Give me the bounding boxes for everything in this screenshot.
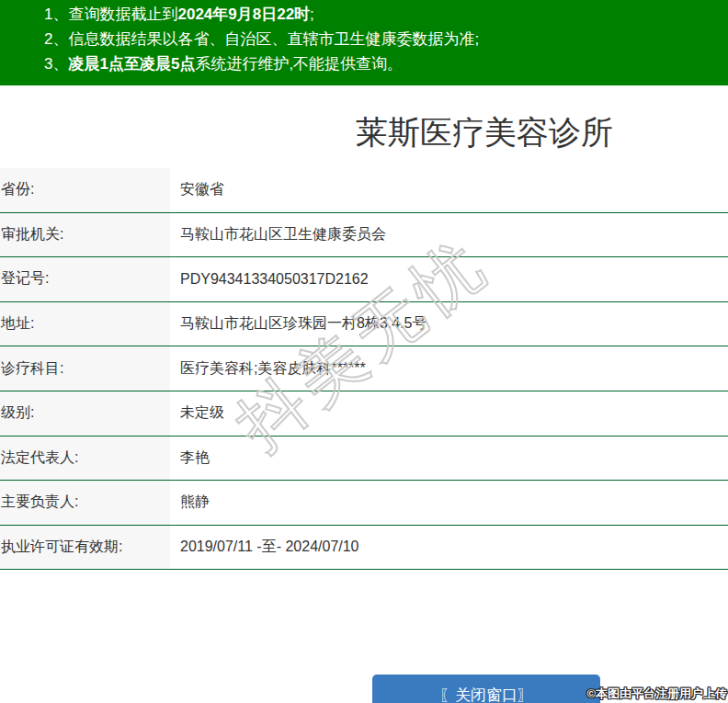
table-row: 法定代表人:李艳: [0, 437, 728, 482]
row-value: 李艳: [170, 437, 728, 481]
notice-text: 系统进行维护,不能提供查询。: [195, 55, 403, 73]
row-value: 2019/07/11 -至- 2024/07/10: [170, 526, 728, 570]
upload-stamp: ©本图由平台注册用户上传: [586, 686, 727, 702]
row-label: 诊疗科目:: [0, 346, 170, 391]
notice-text: 3、: [44, 55, 68, 73]
notice-line: 3、凌晨1点至凌晨5点系统进行维护,不能提供查询。: [44, 51, 728, 76]
notice-banner: 1、查询数据截止到2024年9月8日22时;2、信息数据结果以各省、自治区、直辖…: [0, 0, 728, 85]
table-row: 审批机关:马鞍山市花山区卫生健康委员会: [0, 213, 728, 258]
table-row: 级别:未定级: [0, 391, 728, 437]
row-label: 执业许可证有效期:: [0, 526, 170, 570]
table-row: 诊疗科目:医疗美容科;美容皮肤科******: [0, 346, 728, 391]
row-value: 熊静: [170, 481, 728, 525]
notice-bold-text: 2024年9月8日22时: [177, 6, 310, 23]
table-row: 地址:马鞍山市花山区珍珠园一村8栋3.4.5号: [0, 302, 728, 347]
row-label: 省份:: [0, 168, 170, 212]
table-row: 省份:安徽省: [0, 168, 728, 213]
row-value: 马鞍山市花山区珍珠园一村8栋3.4.5号: [170, 302, 728, 346]
notice-text: ;: [310, 6, 314, 23]
notice-line: 1、查询数据截止到2024年9月8日22时;: [44, 2, 728, 27]
row-label: 级别:: [0, 391, 170, 436]
table-row: 执业许可证有效期:2019/07/11 -至- 2024/07/10: [0, 526, 728, 571]
row-value: PDY94341334050317D2162: [170, 257, 728, 301]
row-label: 法定代表人:: [0, 437, 170, 481]
notice-text: 2、信息数据结果以各省、自治区、直辖市卫生健康委数据为准;: [44, 30, 479, 48]
row-value: 未定级: [170, 391, 728, 436]
notice-line: 2、信息数据结果以各省、自治区、直辖市卫生健康委数据为准;: [44, 27, 728, 51]
row-value: 马鞍山市花山区卫生健康委员会: [170, 213, 728, 257]
info-table: 省份:安徽省审批机关:马鞍山市花山区卫生健康委员会登记号:PDY94341334…: [0, 168, 728, 570]
notice-text: 1、查询数据截止到: [44, 6, 177, 23]
close-window-button[interactable]: 〖关闭窗口〗: [372, 675, 600, 703]
table-row: 登记号:PDY94341334050317D2162: [0, 257, 728, 302]
page-title: 莱斯医疗美容诊所: [356, 114, 613, 151]
notice-list: 1、查询数据截止到2024年9月8日22时;2、信息数据结果以各省、自治区、直辖…: [44, 2, 728, 76]
row-value: 安徽省: [170, 168, 728, 212]
row-label: 地址:: [0, 302, 170, 346]
row-value: 医疗美容科;美容皮肤科******: [170, 346, 728, 391]
row-label: 主要负责人:: [0, 481, 170, 525]
row-label: 审批机关:: [0, 213, 170, 257]
table-row: 主要负责人:熊静: [0, 481, 728, 526]
row-label: 登记号:: [0, 257, 170, 301]
notice-bold-text: 凌晨1点至凌晨5点: [68, 55, 195, 73]
